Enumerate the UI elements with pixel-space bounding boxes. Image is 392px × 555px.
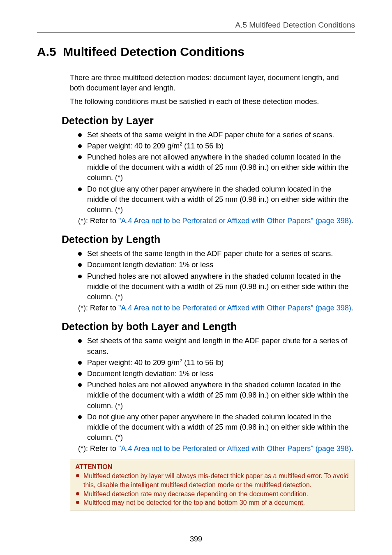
footnote-suffix: . [351, 444, 353, 453]
page-container: A.5 Multifeed Detection Conditions A.5 M… [0, 0, 392, 555]
list-item: Punched holes are not allowed anywhere i… [78, 152, 355, 183]
heading-detection-by-layer: Detection by Layer [62, 115, 355, 127]
layer-list: Set sheets of the same weight in the ADF… [78, 130, 355, 215]
attention-title: ATTENTION [75, 463, 350, 471]
list-item: Paper weight: 40 to 209 g/m2 (11 to 56 l… [78, 141, 355, 151]
list-item: Do not glue any other paper anywhere in … [78, 412, 355, 443]
list-item: Multifeed may not be detected for the to… [75, 498, 350, 507]
header-rule [37, 32, 355, 32]
intro-paragraph-1: There are three multifeed detection mode… [70, 73, 355, 93]
list-item: Punched holes are not allowed anywhere i… [78, 271, 355, 303]
section-number: A.5 [37, 45, 56, 58]
length-footnote: (*): Refer to "A.4 Area not to be Perfor… [78, 303, 355, 313]
length-list: Set sheets of the same length in the ADF… [78, 249, 355, 302]
cross-ref-link[interactable]: "A.4 Area not to be Perforated or Affixe… [118, 444, 351, 453]
cross-ref-link[interactable]: "A.4 Area not to be Perforated or Affixe… [118, 304, 351, 312]
list-item: Set sheets of the same weight and length… [78, 336, 355, 356]
list-item: Document length deviation: 1% or less [78, 369, 355, 379]
footnote-suffix: . [351, 304, 353, 312]
list-item: Do not glue any other paper anywhere in … [78, 184, 355, 215]
intro-paragraph-2: The following conditions must be satisfi… [70, 97, 355, 107]
footnote-prefix: (*): Refer to [78, 217, 118, 225]
list-item: Set sheets of the same length in the ADF… [78, 249, 355, 259]
section-title-text: Multifeed Detection Conditions [63, 45, 244, 58]
heading-detection-by-both: Detection by both Layer and Length [62, 321, 355, 333]
both-list: Set sheets of the same weight and length… [78, 336, 355, 443]
layer-footnote: (*): Refer to "A.4 Area not to be Perfor… [78, 216, 355, 226]
footnote-prefix: (*): Refer to [78, 304, 118, 312]
list-item: Punched holes are not allowed anywhere i… [78, 380, 355, 411]
attention-list: Multifeed detection by layer will always… [75, 472, 350, 507]
both-footnote: (*): Refer to "A.4 Area not to be Perfor… [78, 444, 355, 454]
list-item: Paper weight: 40 to 209 g/m2 (11 to 56 l… [78, 358, 355, 368]
cross-ref-link[interactable]: "A.4 Area not to be Perforated or Affixe… [118, 217, 351, 225]
page-number: 399 [0, 535, 392, 543]
running-header: A.5 Multifeed Detection Conditions [37, 21, 355, 30]
list-item: Document length deviation: 1% or less [78, 260, 355, 270]
list-item: Set sheets of the same weight in the ADF… [78, 130, 355, 140]
section-title: A.5 Multifeed Detection Conditions [37, 45, 355, 59]
attention-box: ATTENTION Multifeed detection by layer w… [70, 460, 355, 511]
footnote-suffix: . [351, 217, 353, 225]
list-item: Multifeed detection rate may decrease de… [75, 490, 350, 499]
list-item: Multifeed detection by layer will always… [75, 472, 350, 489]
heading-detection-by-length: Detection by Length [62, 234, 355, 245]
footnote-prefix: (*): Refer to [78, 444, 118, 453]
